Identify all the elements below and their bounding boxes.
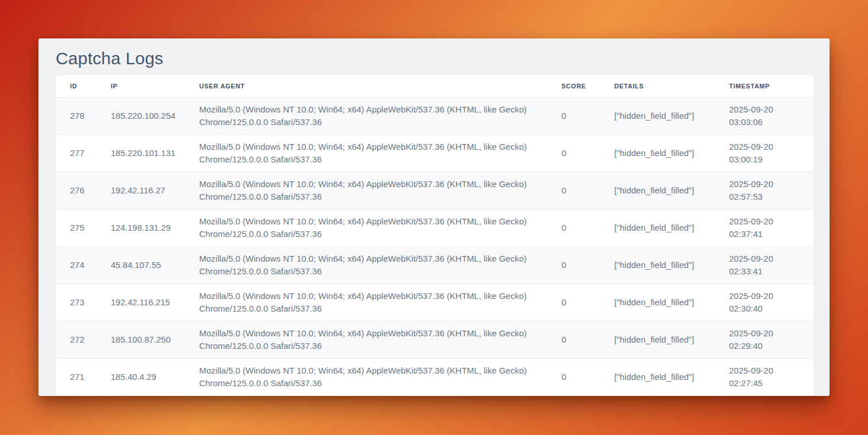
cell-score: 0	[547, 283, 600, 321]
table-row: 271 185.40.4.29 Mozilla/5.0 (Windows NT …	[56, 358, 813, 395]
cell-user-agent: Mozilla/5.0 (Windows NT 10.0; Win64; x64…	[185, 209, 547, 246]
cell-score: 0	[547, 358, 600, 395]
cell-user-agent: Mozilla/5.0 (Windows NT 10.0; Win64; x64…	[185, 321, 547, 358]
cell-score: 0	[547, 134, 600, 172]
cell-details: ["hidden_field_filled"]	[600, 321, 715, 358]
table-row: 278 185.220.100.254 Mozilla/5.0 (Windows…	[56, 97, 813, 134]
cell-id: 273	[56, 283, 96, 321]
cell-score: 0	[547, 97, 600, 134]
cell-details: ["hidden_field_filled"]	[600, 246, 715, 283]
column-header-user-agent: USER AGENT	[185, 75, 547, 97]
column-header-details: DETAILS	[600, 75, 715, 97]
column-header-id: ID	[56, 75, 96, 97]
cell-ip: 192.42.116.27	[96, 172, 185, 209]
table-row: 273 192.42.116.215 Mozilla/5.0 (Windows …	[56, 283, 813, 321]
page-background: { "page": { "title": "Captcha Logs" }, "…	[0, 0, 868, 435]
cell-id: 276	[56, 172, 96, 209]
cell-ip: 185.40.4.29	[96, 358, 185, 395]
cell-timestamp: 2025-09-20 02:30:40	[715, 283, 813, 321]
cell-timestamp: 2025-09-20 02:29:40	[715, 321, 813, 358]
cell-id: 275	[56, 209, 96, 246]
cell-timestamp: 2025-09-20 02:27:45	[715, 358, 813, 395]
table-header-row: ID IP USER AGENT SCORE DETAILS TIMESTAMP	[56, 75, 813, 97]
table-row: 277 185.220.101.131 Mozilla/5.0 (Windows…	[56, 134, 813, 172]
cell-details: ["hidden_field_filled"]	[600, 209, 715, 246]
cell-ip: 45.84.107.55	[96, 246, 185, 283]
cell-user-agent: Mozilla/5.0 (Windows NT 10.0; Win64; x64…	[185, 358, 547, 395]
cell-timestamp: 2025-09-20 02:37:41	[715, 209, 813, 246]
cell-id: 272	[56, 321, 96, 358]
cell-user-agent: Mozilla/5.0 (Windows NT 10.0; Win64; x64…	[185, 172, 547, 209]
cell-id: 278	[56, 97, 96, 134]
column-header-timestamp: TIMESTAMP	[715, 75, 813, 97]
card-header: Captcha Logs	[38, 38, 830, 75]
cell-details: ["hidden_field_filled"]	[600, 283, 715, 321]
cell-user-agent: Mozilla/5.0 (Windows NT 10.0; Win64; x64…	[185, 97, 547, 134]
cell-score: 0	[547, 321, 600, 358]
page-title: Captcha Logs	[56, 49, 164, 68]
cell-score: 0	[547, 172, 600, 209]
table-row: 276 192.42.116.27 Mozilla/5.0 (Windows N…	[56, 172, 813, 209]
cell-ip: 185.220.100.254	[96, 97, 185, 134]
cell-timestamp: 2025-09-20 03:00:19	[715, 134, 813, 172]
cell-timestamp: 2025-09-20 03:03:06	[715, 97, 813, 134]
cell-score: 0	[547, 209, 600, 246]
cell-details: ["hidden_field_filled"]	[600, 172, 715, 209]
table-body: 278 185.220.100.254 Mozilla/5.0 (Windows…	[56, 97, 813, 395]
cell-user-agent: Mozilla/5.0 (Windows NT 10.0; Win64; x64…	[185, 246, 547, 283]
cell-id: 277	[56, 134, 96, 172]
cell-details: ["hidden_field_filled"]	[600, 358, 715, 395]
column-header-score: SCORE	[547, 75, 600, 97]
cell-score: 0	[547, 246, 600, 283]
captcha-logs-card: Captcha Logs ID IP USER AGENT SCORE DETA…	[38, 38, 830, 396]
cell-user-agent: Mozilla/5.0 (Windows NT 10.0; Win64; x64…	[185, 134, 547, 172]
cell-details: ["hidden_field_filled"]	[600, 134, 715, 172]
cell-ip: 185.220.101.131	[96, 134, 185, 172]
cell-timestamp: 2025-09-20 02:57:53	[715, 172, 813, 209]
cell-ip: 192.42.116.215	[96, 283, 185, 321]
table-row: 274 45.84.107.55 Mozilla/5.0 (Windows NT…	[56, 246, 813, 283]
cell-details: ["hidden_field_filled"]	[600, 97, 715, 134]
cell-ip: 185.100.87.250	[96, 321, 185, 358]
cell-timestamp: 2025-09-20 02:33:41	[715, 246, 813, 283]
table-row: 272 185.100.87.250 Mozilla/5.0 (Windows …	[56, 321, 813, 358]
captcha-logs-table: ID IP USER AGENT SCORE DETAILS TIMESTAMP…	[56, 75, 813, 395]
cell-id: 274	[56, 246, 96, 283]
logs-table-container: ID IP USER AGENT SCORE DETAILS TIMESTAMP…	[56, 75, 813, 395]
cell-user-agent: Mozilla/5.0 (Windows NT 10.0; Win64; x64…	[185, 283, 547, 321]
column-header-ip: IP	[96, 75, 185, 97]
table-row: 275 124.198.131.29 Mozilla/5.0 (Windows …	[56, 209, 813, 246]
cell-ip: 124.198.131.29	[96, 209, 185, 246]
cell-id: 271	[56, 358, 96, 395]
